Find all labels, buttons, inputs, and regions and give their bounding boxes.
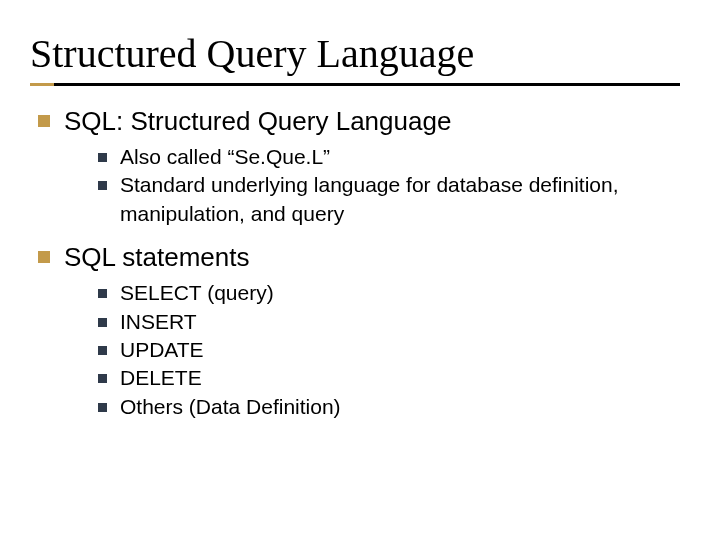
sub-list-item: Standard underlying language for databas…: [94, 171, 680, 228]
list-item-label: SQL: Structured Query Language: [64, 106, 451, 136]
list-item: SQL statements SELECT (query) INSERT UPD…: [34, 240, 680, 421]
bullet-list: SQL: Structured Query Language Also call…: [30, 104, 680, 421]
sub-list-item: Others (Data Definition): [94, 393, 680, 421]
underline-accent: [30, 83, 54, 86]
sub-list-item: UPDATE: [94, 336, 680, 364]
list-item-label: SQL statements: [64, 242, 249, 272]
sub-list-item: DELETE: [94, 364, 680, 392]
sub-list-item: SELECT (query): [94, 279, 680, 307]
slide: Structured Query Language SQL: Structure…: [0, 0, 720, 540]
sub-list-item: INSERT: [94, 308, 680, 336]
sub-list: SELECT (query) INSERT UPDATE DELETE Othe…: [64, 279, 680, 421]
sub-list-item: Also called “Se.Que.L”: [94, 143, 680, 171]
list-item: SQL: Structured Query Language Also call…: [34, 104, 680, 228]
title-underline: [30, 83, 680, 86]
underline-main: [54, 83, 680, 86]
slide-title: Structured Query Language: [30, 30, 680, 77]
sub-list: Also called “Se.Que.L” Standard underlyi…: [64, 143, 680, 228]
